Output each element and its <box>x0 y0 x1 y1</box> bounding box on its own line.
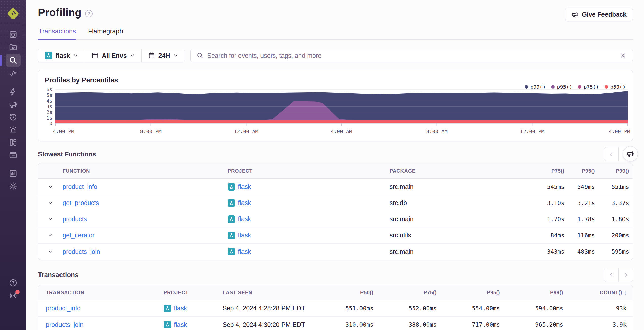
sidebar-item-feedback[interactable] <box>6 98 21 111</box>
project-filter-button[interactable]: flask <box>38 49 85 62</box>
percentiles-chart[interactable]: 01s2s3s4s5s6s4:00 PM8:00 PM12:00 AM4:00 … <box>38 85 632 140</box>
gear-icon <box>9 182 17 190</box>
sidebar-item-explore[interactable] <box>6 54 21 67</box>
column-header-p75[interactable]: P75() <box>373 290 437 296</box>
row-expander-chevron-down-icon[interactable] <box>38 184 63 189</box>
sidebar-item-replays[interactable] <box>6 111 21 123</box>
row-expander-chevron-down-icon[interactable] <box>38 200 63 206</box>
project-link[interactable]: flask <box>238 248 251 255</box>
table-row: product_infoflaskSep 4, 2024 4:28:28 PM … <box>38 300 633 317</box>
column-header-p50[interactable]: P50() <box>310 290 373 296</box>
give-feedback-button[interactable]: Give Feedback <box>565 8 633 21</box>
sidebar-item-collapse[interactable] <box>6 314 21 326</box>
help-icon[interactable]: ? <box>85 10 93 17</box>
p99-cell: 551ms <box>595 184 629 190</box>
column-header-p99[interactable]: P99() <box>595 168 629 174</box>
sidebar-nav <box>0 28 26 193</box>
traces-icon <box>9 69 17 78</box>
transaction-link[interactable]: product_info <box>46 305 81 312</box>
function-link[interactable]: get_iterator <box>63 232 94 239</box>
next-page-button[interactable] <box>618 268 633 282</box>
column-header-last-seen[interactable]: LAST SEEN <box>223 290 310 296</box>
sidebar-item-settings[interactable] <box>6 180 21 192</box>
row-expander-chevron-down-icon[interactable] <box>38 217 63 222</box>
column-header-transaction[interactable]: TRANSACTION <box>46 290 164 296</box>
prev-page-button[interactable] <box>604 147 618 161</box>
function-link[interactable]: get_products <box>63 199 99 207</box>
project-cell: flask <box>228 183 390 191</box>
column-header-p95[interactable]: P95() <box>565 168 595 174</box>
column-header-p95[interactable]: P95() <box>437 290 500 296</box>
sidebar-item-insights[interactable] <box>6 86 21 98</box>
close-icon[interactable] <box>619 52 627 59</box>
project-cell: flask <box>228 215 390 223</box>
function-cell: products <box>63 215 228 223</box>
table-row: product_infoflasksrc.main545ms549ms551ms <box>38 179 633 195</box>
function-link[interactable]: products <box>63 215 87 223</box>
megaphone-icon <box>9 100 17 109</box>
project-cell: flask <box>164 321 223 328</box>
search-input[interactable] <box>207 52 615 59</box>
p95-cell: 549ms <box>565 184 595 190</box>
p75-cell: 552.00ms <box>373 305 437 312</box>
environment-filter-label: All Envs <box>102 52 127 59</box>
svg-text:4:00 PM: 4:00 PM <box>609 128 630 134</box>
slowest-functions-table-body: product_infoflasksrc.main545ms549ms551ms… <box>38 179 633 260</box>
column-header-p75[interactable]: P75() <box>527 168 565 174</box>
svg-text:12:00 AM: 12:00 AM <box>234 128 258 134</box>
row-expander-chevron-down-icon[interactable] <box>38 233 63 238</box>
project-link[interactable]: flask <box>238 199 251 207</box>
function-link[interactable]: products_join <box>63 248 100 255</box>
p75-cell: 84ms <box>527 232 565 239</box>
count-cell: 3.9k <box>563 321 627 328</box>
tab-transactions[interactable]: Transactions <box>38 25 76 39</box>
environment-filter-button[interactable]: All Envs <box>85 49 141 62</box>
column-header-project[interactable]: PROJECT <box>164 290 223 296</box>
svg-text:1s: 1s <box>46 115 52 121</box>
sidebar-item-help[interactable] <box>6 277 21 289</box>
column-header-package[interactable]: PACKAGE <box>390 168 527 174</box>
row-expander-chevron-down-icon[interactable] <box>38 249 63 254</box>
megaphone-icon <box>627 150 634 158</box>
column-header-count[interactable]: COUNT()↓ <box>563 290 627 296</box>
flask-project-icon <box>45 52 52 59</box>
project-link[interactable]: flask <box>174 321 187 328</box>
project-link[interactable]: flask <box>238 215 251 223</box>
sidebar-item-alerts[interactable] <box>6 124 21 136</box>
flask-project-icon <box>228 215 235 223</box>
sentry-logo-icon[interactable] <box>6 7 20 21</box>
sidebar-item-issues[interactable] <box>6 28 21 41</box>
prev-page-button[interactable] <box>604 268 618 282</box>
sidebar-item-releases[interactable] <box>6 149 21 161</box>
function-cell: get_iterator <box>63 232 228 239</box>
column-header-function[interactable]: FUNCTION <box>63 168 228 174</box>
flask-project-icon <box>164 321 171 328</box>
slowest-functions-table-header: FUNCTION PROJECT PACKAGE P75() P95() P99… <box>38 163 633 179</box>
floating-feedback-button[interactable] <box>623 146 638 161</box>
column-header-project[interactable]: PROJECT <box>228 168 390 174</box>
page-header: Profiling ? Give Feedback <box>38 0 633 21</box>
column-header-p99[interactable]: P99() <box>500 290 563 296</box>
project-cell: flask <box>228 232 390 239</box>
sidebar-item-projects[interactable] <box>6 41 21 53</box>
project-link[interactable]: flask <box>238 232 251 239</box>
table-row: get_iteratorflasksrc.utils84ms116ms200ms <box>38 227 633 244</box>
function-link[interactable]: product_info <box>63 183 97 190</box>
sidebar-item-stats[interactable] <box>6 167 21 179</box>
tab-flamegraph[interactable]: Flamegraph <box>88 25 124 39</box>
project-link[interactable]: flask <box>174 305 187 312</box>
sidebar-item-whats-new[interactable] <box>6 289 21 302</box>
package-cell: src.main <box>390 248 527 255</box>
timerange-filter-button[interactable]: 24H <box>141 49 185 62</box>
p95-cell: 717.00ms <box>437 321 500 328</box>
sidebar-item-dashboards[interactable] <box>6 136 21 149</box>
project-link[interactable]: flask <box>238 183 251 190</box>
p95-cell: 3.21s <box>565 200 595 206</box>
last-seen-cell: Sep 4, 2024 4:30:20 PM EDT <box>223 321 310 328</box>
page-title: Profiling <box>38 7 82 19</box>
search-bar[interactable] <box>190 49 633 62</box>
transaction-link[interactable]: products_join <box>46 321 84 328</box>
flask-project-icon <box>164 305 171 312</box>
p99-cell: 595ms <box>595 248 629 255</box>
sidebar-item-traces[interactable] <box>6 67 21 80</box>
